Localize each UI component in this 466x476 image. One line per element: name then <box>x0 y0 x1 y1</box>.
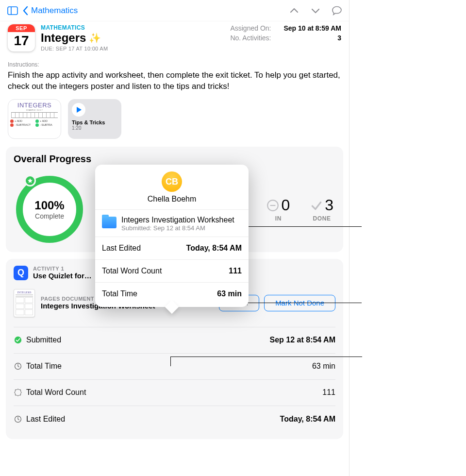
document-thumbnail[interactable]: INTEGERS <box>14 289 35 317</box>
avatar: CB <box>162 171 182 192</box>
callout-line <box>170 357 171 366</box>
calendar-month: SEP <box>8 24 35 32</box>
message-icon[interactable] <box>331 4 343 17</box>
svg-marker-10 <box>15 389 21 396</box>
app-screen: Mathematics SEP 17 MATHEMATICS Integers … <box>0 0 350 476</box>
folder-icon <box>102 217 116 228</box>
clock-icon <box>14 362 22 371</box>
back-label: Mathematics <box>31 6 78 16</box>
popover-row-word-count: Total Word Count 111 <box>95 260 249 283</box>
svg-rect-0 <box>8 7 17 15</box>
calendar-icon: SEP 17 <box>8 24 35 51</box>
attachment-audio[interactable]: Tips & Tricks 1:20 <box>68 99 121 139</box>
svg-marker-2 <box>77 107 82 113</box>
activity-overline: ACTIVITY 1 <box>33 266 92 272</box>
popover-file-title: Integers Investigation Worksheet <box>121 216 234 224</box>
sidebar-toggle-icon[interactable] <box>6 4 19 17</box>
stat-incomplete: 0 IN <box>266 196 290 222</box>
popover-file-sub: Submitted: Sep 12 at 8:54 AM <box>121 224 234 232</box>
progress-sub: Complete <box>35 212 64 220</box>
document-details: Submitted Sep 12 at 8:54 AM Total Time 6… <box>14 327 335 432</box>
subject-label: MATHEMATICS <box>41 24 230 31</box>
svg-point-8 <box>15 337 21 343</box>
progress-percent: 100% <box>34 199 64 212</box>
total-time-value: 63 min <box>312 362 335 371</box>
attachment-poster[interactable]: INTEGERS EXAMPLE· 3·4·1·7 + ADD+ ADD - S… <box>8 99 61 139</box>
callout-line <box>170 357 362 357</box>
quizlet-app-icon: Q <box>14 266 28 280</box>
student-name: Chella Boehm <box>148 195 197 204</box>
assignment-title: Integers ✨ <box>41 31 230 45</box>
popover-row-last-edited: Last Edited Today, 8:54 AM <box>95 237 249 260</box>
total-time-label: Total Time <box>26 362 62 371</box>
back-button[interactable]: Mathematics <box>22 6 78 16</box>
audio-title: Tips & Tricks <box>72 119 117 125</box>
progress-ring: 100% Complete <box>14 173 85 245</box>
word-count-value: 111 <box>322 388 335 397</box>
word-count-label: Total Word Count <box>26 388 86 397</box>
nav-bar: Mathematics <box>0 0 349 21</box>
assigned-on-value: Sep 10 at 8:59 AM <box>283 24 341 32</box>
activities-count-label: No. Activities: <box>230 34 271 42</box>
audio-duration: 1:20 <box>72 125 117 131</box>
play-icon[interactable] <box>72 103 85 117</box>
popover-row-total-time: Total Time 63 min <box>95 283 249 307</box>
calendar-day: 17 <box>14 32 29 49</box>
sparkles-icon: ✨ <box>89 32 101 44</box>
student-popover: CB Chella Boehm Integers Investigation W… <box>95 165 249 307</box>
callout-line <box>248 303 362 303</box>
last-edited-label: Last Edited <box>26 415 65 424</box>
assigned-on-label: Assigned On: <box>230 24 271 32</box>
submitted-value: Sep 12 at 8:54 AM <box>270 336 335 344</box>
assignment-meta: Assigned On: Sep 10 at 8:59 AM No. Activ… <box>230 24 341 44</box>
due-label: DUE: SEP 17 AT 10:00 AM <box>41 46 230 51</box>
check-icon <box>310 199 323 212</box>
poster-heading: INTEGERS <box>10 102 59 109</box>
instructions-text: Finish the app activity and worksheet, t… <box>0 70 349 97</box>
clock-icon <box>14 415 22 424</box>
check-circle-icon <box>14 336 22 344</box>
chevron-down-icon[interactable] <box>309 4 322 17</box>
stat-done: 3 DONE <box>310 196 333 222</box>
attachments-row: INTEGERS EXAMPLE· 3·4·1·7 + ADD+ ADD - S… <box>0 97 349 147</box>
assignment-header: SEP 17 MATHEMATICS Integers ✨ DUE: SEP 1… <box>0 21 349 54</box>
last-edited-value: Today, 8:54 AM <box>280 415 335 424</box>
activities-count-value: 3 <box>337 34 341 42</box>
badge-icon <box>14 388 22 397</box>
chevron-up-icon[interactable] <box>288 4 300 17</box>
submitted-label: Submitted <box>26 336 61 344</box>
progress-heading: Overall Progress <box>14 153 335 165</box>
activity-title: Use Quizlet for… <box>33 272 92 280</box>
callout-line <box>248 226 362 227</box>
minus-circle-icon <box>266 199 279 212</box>
instructions-label: Instructions: <box>0 54 349 70</box>
popover-file-row[interactable]: Integers Investigation Worksheet Submitt… <box>95 210 249 237</box>
